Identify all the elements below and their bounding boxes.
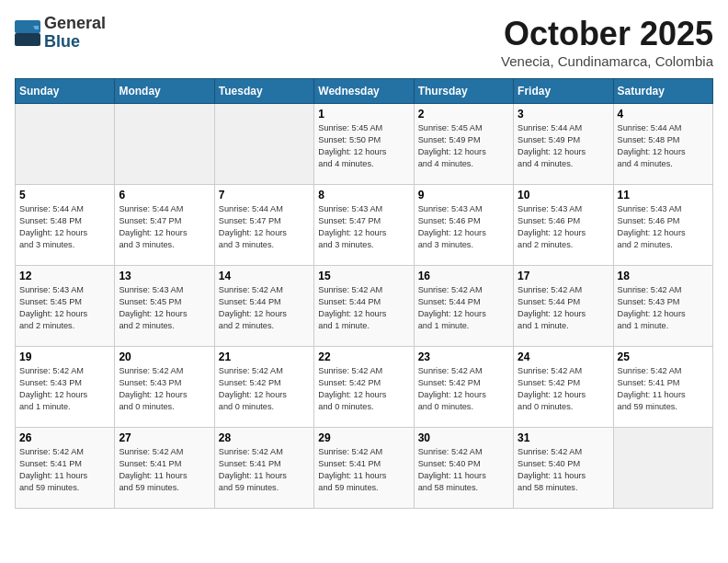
day-number: 4: [618, 108, 709, 121]
weekday-header-row: SundayMondayTuesdayWednesdayThursdayFrid…: [16, 79, 713, 104]
svg-rect-1: [15, 33, 40, 46]
day-info: Sunrise: 5:44 AM Sunset: 5:48 PM Dayligh…: [19, 203, 110, 251]
calendar-cell: 30Sunrise: 5:42 AM Sunset: 5:40 PM Dayli…: [414, 428, 513, 509]
calendar-body: 1Sunrise: 5:45 AM Sunset: 5:50 PM Daylig…: [16, 104, 713, 509]
day-info: Sunrise: 5:42 AM Sunset: 5:40 PM Dayligh…: [518, 446, 609, 494]
day-info: Sunrise: 5:42 AM Sunset: 5:44 PM Dayligh…: [518, 284, 609, 332]
calendar-week-row: 1Sunrise: 5:45 AM Sunset: 5:50 PM Daylig…: [16, 104, 713, 185]
weekday-header: Thursday: [414, 79, 513, 104]
calendar-cell: 4Sunrise: 5:44 AM Sunset: 5:48 PM Daylig…: [613, 104, 712, 185]
day-number: 24: [518, 350, 609, 363]
calendar-cell: 2Sunrise: 5:45 AM Sunset: 5:49 PM Daylig…: [414, 104, 513, 185]
calendar-cell: 9Sunrise: 5:43 AM Sunset: 5:46 PM Daylig…: [414, 185, 513, 266]
day-number: 18: [618, 270, 709, 282]
weekday-header: Sunday: [16, 79, 115, 104]
day-number: 6: [119, 189, 210, 201]
calendar-cell: 31Sunrise: 5:42 AM Sunset: 5:40 PM Dayli…: [514, 428, 613, 509]
calendar-cell: 28Sunrise: 5:42 AM Sunset: 5:41 PM Dayli…: [214, 428, 313, 509]
day-number: 16: [418, 270, 509, 282]
calendar-cell: 5Sunrise: 5:44 AM Sunset: 5:48 PM Daylig…: [16, 185, 115, 266]
calendar-cell: 24Sunrise: 5:42 AM Sunset: 5:42 PM Dayli…: [514, 347, 613, 428]
day-number: 22: [318, 350, 409, 363]
calendar-cell: [16, 104, 115, 185]
day-number: 1: [318, 108, 409, 121]
day-info: Sunrise: 5:42 AM Sunset: 5:44 PM Dayligh…: [219, 284, 310, 332]
day-number: 26: [19, 431, 110, 444]
day-number: 20: [119, 350, 210, 363]
logo-text: General Blue: [44, 15, 106, 52]
day-info: Sunrise: 5:42 AM Sunset: 5:42 PM Dayligh…: [418, 365, 509, 413]
calendar-cell: 11Sunrise: 5:43 AM Sunset: 5:46 PM Dayli…: [613, 185, 712, 266]
day-number: 19: [19, 350, 110, 363]
day-info: Sunrise: 5:42 AM Sunset: 5:42 PM Dayligh…: [219, 365, 310, 413]
logo-general: General: [44, 15, 106, 33]
day-number: 12: [19, 270, 110, 282]
calendar-cell: [214, 104, 313, 185]
calendar-cell: 26Sunrise: 5:42 AM Sunset: 5:41 PM Dayli…: [16, 428, 115, 509]
day-number: 28: [219, 431, 310, 444]
calendar-week-row: 19Sunrise: 5:42 AM Sunset: 5:43 PM Dayli…: [16, 347, 713, 428]
month-title: October 2025: [501, 15, 713, 53]
day-info: Sunrise: 5:42 AM Sunset: 5:41 PM Dayligh…: [219, 446, 310, 494]
day-number: 9: [418, 189, 509, 201]
calendar-week-row: 5Sunrise: 5:44 AM Sunset: 5:48 PM Daylig…: [16, 185, 713, 266]
day-number: 27: [119, 431, 210, 444]
calendar-cell: 19Sunrise: 5:42 AM Sunset: 5:43 PM Dayli…: [16, 347, 115, 428]
day-info: Sunrise: 5:43 AM Sunset: 5:46 PM Dayligh…: [618, 203, 709, 251]
calendar-cell: 22Sunrise: 5:42 AM Sunset: 5:42 PM Dayli…: [314, 347, 414, 428]
weekday-header: Tuesday: [214, 79, 313, 104]
calendar-cell: 14Sunrise: 5:42 AM Sunset: 5:44 PM Dayli…: [214, 266, 313, 347]
day-info: Sunrise: 5:42 AM Sunset: 5:43 PM Dayligh…: [618, 284, 709, 332]
day-info: Sunrise: 5:42 AM Sunset: 5:43 PM Dayligh…: [19, 365, 110, 413]
calendar-cell: 21Sunrise: 5:42 AM Sunset: 5:42 PM Dayli…: [214, 347, 313, 428]
day-info: Sunrise: 5:42 AM Sunset: 5:41 PM Dayligh…: [19, 446, 110, 494]
calendar-cell: 7Sunrise: 5:44 AM Sunset: 5:47 PM Daylig…: [214, 185, 313, 266]
day-number: 21: [219, 350, 310, 363]
calendar-cell: 3Sunrise: 5:44 AM Sunset: 5:49 PM Daylig…: [514, 104, 613, 185]
calendar-week-row: 12Sunrise: 5:43 AM Sunset: 5:45 PM Dayli…: [16, 266, 713, 347]
day-number: 3: [518, 108, 609, 121]
weekday-header: Wednesday: [314, 79, 414, 104]
calendar-cell: 6Sunrise: 5:44 AM Sunset: 5:47 PM Daylig…: [115, 185, 214, 266]
day-number: 14: [219, 270, 310, 282]
calendar-cell: 29Sunrise: 5:42 AM Sunset: 5:41 PM Dayli…: [314, 428, 414, 509]
day-info: Sunrise: 5:43 AM Sunset: 5:45 PM Dayligh…: [119, 284, 210, 332]
day-number: 7: [219, 189, 310, 201]
day-number: 5: [19, 189, 110, 201]
day-info: Sunrise: 5:43 AM Sunset: 5:46 PM Dayligh…: [518, 203, 609, 251]
calendar-cell: 18Sunrise: 5:42 AM Sunset: 5:43 PM Dayli…: [613, 266, 712, 347]
day-info: Sunrise: 5:45 AM Sunset: 5:50 PM Dayligh…: [318, 122, 409, 170]
logo-icon: [15, 20, 40, 46]
day-number: 31: [518, 431, 609, 444]
day-info: Sunrise: 5:42 AM Sunset: 5:41 PM Dayligh…: [119, 446, 210, 494]
day-info: Sunrise: 5:44 AM Sunset: 5:48 PM Dayligh…: [618, 122, 709, 170]
calendar-cell: 20Sunrise: 5:42 AM Sunset: 5:43 PM Dayli…: [115, 347, 214, 428]
day-info: Sunrise: 5:42 AM Sunset: 5:43 PM Dayligh…: [119, 365, 210, 413]
day-info: Sunrise: 5:43 AM Sunset: 5:46 PM Dayligh…: [418, 203, 509, 251]
logo-blue: Blue: [44, 33, 106, 52]
calendar-cell: 8Sunrise: 5:43 AM Sunset: 5:47 PM Daylig…: [314, 185, 414, 266]
weekday-header: Saturday: [613, 79, 712, 104]
day-number: 15: [318, 270, 409, 282]
location: Venecia, Cundinamarca, Colombia: [501, 53, 713, 69]
day-info: Sunrise: 5:42 AM Sunset: 5:44 PM Dayligh…: [318, 284, 409, 332]
day-info: Sunrise: 5:42 AM Sunset: 5:41 PM Dayligh…: [618, 365, 709, 413]
weekday-header: Monday: [115, 79, 214, 104]
calendar-table: SundayMondayTuesdayWednesdayThursdayFrid…: [15, 78, 713, 509]
day-number: 23: [418, 350, 509, 363]
day-info: Sunrise: 5:44 AM Sunset: 5:49 PM Dayligh…: [518, 122, 609, 170]
day-info: Sunrise: 5:45 AM Sunset: 5:49 PM Dayligh…: [418, 122, 509, 170]
calendar-cell: 15Sunrise: 5:42 AM Sunset: 5:44 PM Dayli…: [314, 266, 414, 347]
calendar-cell: 25Sunrise: 5:42 AM Sunset: 5:41 PM Dayli…: [613, 347, 712, 428]
calendar-cell: 17Sunrise: 5:42 AM Sunset: 5:44 PM Dayli…: [514, 266, 613, 347]
day-info: Sunrise: 5:43 AM Sunset: 5:47 PM Dayligh…: [318, 203, 409, 251]
day-info: Sunrise: 5:42 AM Sunset: 5:41 PM Dayligh…: [318, 446, 409, 494]
day-info: Sunrise: 5:42 AM Sunset: 5:42 PM Dayligh…: [518, 365, 609, 413]
day-number: 11: [618, 189, 709, 201]
calendar-week-row: 26Sunrise: 5:42 AM Sunset: 5:41 PM Dayli…: [16, 428, 713, 509]
day-info: Sunrise: 5:42 AM Sunset: 5:40 PM Dayligh…: [418, 446, 509, 494]
calendar-cell: [115, 104, 214, 185]
day-info: Sunrise: 5:44 AM Sunset: 5:47 PM Dayligh…: [219, 203, 310, 251]
calendar-cell: 16Sunrise: 5:42 AM Sunset: 5:44 PM Dayli…: [414, 266, 513, 347]
day-number: 2: [418, 108, 509, 121]
